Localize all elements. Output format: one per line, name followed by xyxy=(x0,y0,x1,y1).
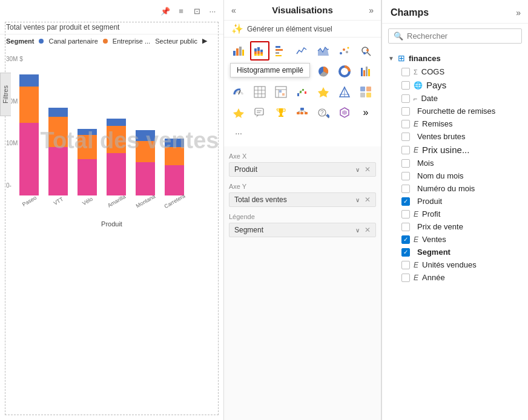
vis-icon-trophy[interactable] xyxy=(271,103,291,122)
vis-icon-stacked2[interactable] xyxy=(292,62,312,81)
checkbox-profit[interactable] xyxy=(401,210,410,218)
vis-icon-horizontal-bar[interactable] xyxy=(271,41,291,61)
tree-item-remises[interactable]: E Remises xyxy=(382,117,528,130)
bar-montana-seg1 xyxy=(136,130,155,141)
tree-item-ventes-brutes[interactable]: Ventes brutes xyxy=(382,130,528,143)
vis-right-arrow[interactable]: » xyxy=(369,5,374,15)
checkbox-remises[interactable] xyxy=(401,120,410,128)
svg-rect-73 xyxy=(300,108,304,110)
checkbox-cogs[interactable] xyxy=(401,68,410,76)
checkbox-prix-vente[interactable] xyxy=(401,223,410,231)
bar-montana-seg3 xyxy=(136,162,155,195)
tree-item-prix-usine[interactable]: E Prix usine... xyxy=(382,143,528,157)
tree-item-date[interactable]: ⌐ Date xyxy=(382,92,528,105)
vis-icon-waterfall[interactable] xyxy=(292,82,312,102)
axe-x-label: Axe X xyxy=(229,153,376,160)
vis-left-arrow[interactable]: « xyxy=(231,5,236,15)
vis-icon-bar-chart[interactable] xyxy=(229,41,248,61)
svg-rect-4 xyxy=(254,48,257,51)
vis-icon-scatter[interactable] xyxy=(335,41,354,61)
checkbox-produit[interactable] xyxy=(401,197,410,206)
tree-item-annee[interactable]: E Année xyxy=(382,271,528,284)
vis-icon-search[interactable] xyxy=(356,41,375,61)
tree-item-produit[interactable]: Produit xyxy=(382,195,528,208)
pin-icon[interactable]: 📌 xyxy=(159,5,171,17)
vis-icon-donut[interactable] xyxy=(335,62,354,81)
vis-panel: « Visualisations » ✨ Générer un élément … xyxy=(224,0,381,420)
champs-search-box[interactable]: 🔍 xyxy=(388,28,522,44)
axe-y-chevron[interactable]: ∨ xyxy=(355,197,360,203)
axe-x-close[interactable]: ✕ xyxy=(365,165,371,174)
tree-item-segment[interactable]: Segment xyxy=(382,246,528,258)
champs-arrow[interactable]: » xyxy=(516,8,521,18)
vis-icon-arrow[interactable]: » xyxy=(356,103,375,122)
checkbox-mois[interactable] xyxy=(401,159,410,168)
checkbox-date[interactable] xyxy=(401,94,410,103)
tree-item-profit[interactable]: E Profit xyxy=(382,208,528,220)
tree-group-header-finances[interactable]: ▼ ⊞ finances xyxy=(382,51,528,65)
axe-x-pill[interactable]: Produit ∨ ✕ xyxy=(229,162,376,177)
vis-icon-stacked-bar[interactable] xyxy=(250,41,269,61)
checkbox-nom-mois[interactable] xyxy=(401,172,410,180)
tree-item-mois[interactable]: Mois xyxy=(382,157,528,169)
filters-tab[interactable]: Filtres xyxy=(0,73,11,116)
axe-x-chevron[interactable]: ∨ xyxy=(355,166,360,173)
tree-item-unites[interactable]: E Unités vendues xyxy=(382,258,528,271)
checkbox-num-mois[interactable] xyxy=(401,185,410,193)
svg-rect-76 xyxy=(305,112,308,114)
checkbox-fourchette[interactable] xyxy=(401,107,410,116)
tree-item-nom-mois[interactable]: Nom du mois xyxy=(382,169,528,182)
vis-icon-line[interactable] xyxy=(292,41,312,61)
expand-icon[interactable]: ⊡ xyxy=(191,5,203,17)
legend-more[interactable]: ▶ xyxy=(202,37,207,45)
checkbox-segment[interactable] xyxy=(401,248,410,257)
search-input[interactable] xyxy=(407,31,516,41)
svg-line-23 xyxy=(368,53,371,56)
tree-item-pays[interactable]: 🌐 Pays xyxy=(382,78,528,92)
chart-legend: Segment Canal partenaire Entreprise ... … xyxy=(0,34,223,47)
vis-icon-narr[interactable] xyxy=(250,103,269,122)
vis-icon-hex[interactable] xyxy=(335,103,354,122)
tree-item-cogs[interactable]: Σ COGS xyxy=(382,65,528,78)
vis-icon-bars3[interactable] xyxy=(356,62,375,81)
axe-y-close[interactable]: ✕ xyxy=(365,195,371,204)
vis-icons-grid-wrapper: Histogramme empilé xyxy=(224,38,381,146)
tree-item-prix-vente[interactable]: Prix de vente xyxy=(382,220,528,233)
vis-icon-pie[interactable] xyxy=(314,62,333,81)
vis-icon-more[interactable]: ··· xyxy=(229,123,248,143)
more-icon[interactable]: ··· xyxy=(206,5,219,17)
vis-icon-kpi[interactable] xyxy=(229,103,248,122)
vis-icon-area[interactable] xyxy=(314,41,333,61)
checkbox-pays[interactable] xyxy=(401,81,410,90)
icon-ventes: E xyxy=(414,235,418,244)
checkbox-annee[interactable] xyxy=(401,274,410,282)
legende-chevron[interactable]: ∨ xyxy=(355,227,360,234)
axe-y-pill[interactable]: Total des ventes ∨ ✕ xyxy=(229,192,376,207)
vis-icon-mountain[interactable] xyxy=(229,62,248,81)
vis-icon-gauge[interactable] xyxy=(229,82,248,102)
vis-icon-qa[interactable]: ? xyxy=(314,103,333,122)
vis-icon-decomp[interactable] xyxy=(292,103,312,122)
vis-icon-custom3[interactable] xyxy=(356,82,375,102)
vis-icon-custom2[interactable] xyxy=(335,82,354,102)
checkbox-prix-usine[interactable] xyxy=(401,146,410,154)
filter-icon[interactable]: ≡ xyxy=(175,5,187,17)
svg-rect-54 xyxy=(300,91,302,93)
legende-close[interactable]: ✕ xyxy=(365,226,371,234)
vis-icon-line2[interactable] xyxy=(250,62,269,81)
checkbox-ventes-brutes[interactable] xyxy=(401,133,410,141)
vis-icon-custom1[interactable] xyxy=(314,82,333,102)
tree-item-ventes[interactable]: E Ventes xyxy=(382,233,528,246)
tree-item-num-mois[interactable]: Numéro du mois xyxy=(382,182,528,195)
svg-rect-38 xyxy=(361,68,363,76)
checkbox-ventes[interactable] xyxy=(401,235,410,244)
checkbox-unites[interactable] xyxy=(401,261,410,269)
vis-icon-combo2[interactable] xyxy=(271,62,291,81)
bar-amarilla-seg3 xyxy=(107,153,126,195)
tree-group-name-finances: finances xyxy=(409,54,441,63)
legende-pill[interactable]: Segment ∨ ✕ xyxy=(229,223,376,237)
vis-generate[interactable]: ✨ Générer un élément visuel xyxy=(224,21,381,38)
vis-icon-matrix[interactable] xyxy=(271,82,291,102)
vis-icon-table[interactable] xyxy=(250,82,269,102)
tree-item-fourchette[interactable]: Fourchette de remises xyxy=(382,105,528,117)
